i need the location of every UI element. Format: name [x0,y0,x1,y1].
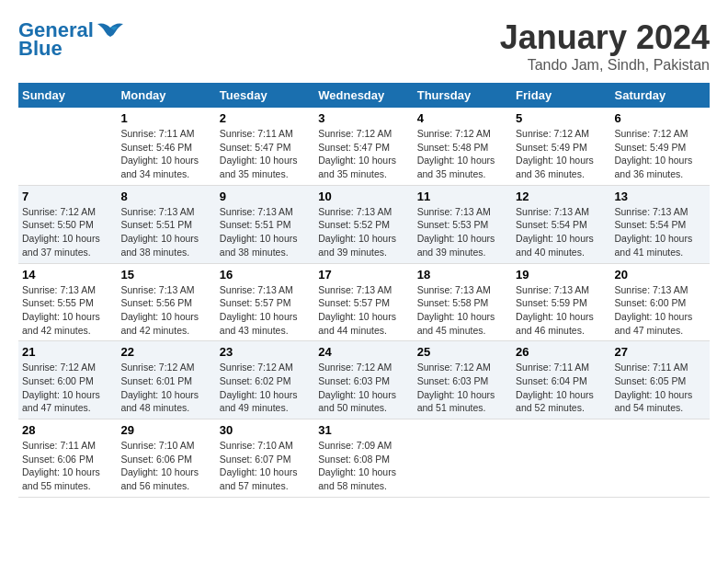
day-number: 21 [22,345,113,359]
day-info: Sunrise: 7:12 AM Sunset: 5:50 PM Dayligh… [22,205,113,259]
day-info: Sunrise: 7:11 AM Sunset: 6:05 PM Dayligh… [615,361,706,415]
day-number: 5 [516,111,607,125]
day-info: Sunrise: 7:10 AM Sunset: 6:07 PM Dayligh… [220,439,311,493]
day-number: 3 [318,111,409,125]
day-info: Sunrise: 7:12 AM Sunset: 6:01 PM Dayligh… [120,361,211,415]
day-info: Sunrise: 7:13 AM Sunset: 6:00 PM Dayligh… [615,283,706,338]
day-info: Sunrise: 7:11 AM Sunset: 6:06 PM Dayligh… [22,439,113,493]
column-header-thursday: Thursday [414,83,512,108]
day-number: 9 [220,190,311,203]
day-number: 19 [516,268,607,282]
day-cell-8: 8Sunrise: 7:13 AM Sunset: 5:51 PM Daylig… [117,185,215,263]
day-info: Sunrise: 7:13 AM Sunset: 5:59 PM Dayligh… [516,283,607,338]
header-row: SundayMondayTuesdayWednesdayThursdayFrid… [18,83,710,108]
day-number: 11 [417,190,508,203]
day-number: 7 [22,190,113,203]
day-info: Sunrise: 7:12 AM Sunset: 6:03 PM Dayligh… [417,361,508,415]
day-cell-13: 13Sunrise: 7:13 AM Sunset: 5:54 PM Dayli… [611,185,710,263]
column-header-tuesday: Tuesday [216,83,314,108]
day-cell-2: 2Sunrise: 7:11 AM Sunset: 5:47 PM Daylig… [216,108,314,185]
empty-cell [512,419,610,498]
day-number: 29 [120,423,211,437]
day-cell-30: 30Sunrise: 7:10 AM Sunset: 6:07 PM Dayli… [216,419,314,498]
day-number: 17 [318,268,409,282]
day-cell-21: 21Sunrise: 7:12 AM Sunset: 6:00 PM Dayli… [18,341,117,419]
day-cell-7: 7Sunrise: 7:12 AM Sunset: 5:50 PM Daylig… [18,185,117,263]
day-cell-26: 26Sunrise: 7:11 AM Sunset: 6:04 PM Dayli… [512,341,610,419]
day-number: 26 [516,345,607,359]
week-row-5: 28Sunrise: 7:11 AM Sunset: 6:06 PM Dayli… [18,419,710,498]
month-title: January 2024 [500,18,710,57]
day-cell-5: 5Sunrise: 7:12 AM Sunset: 5:49 PM Daylig… [512,108,610,185]
day-info: Sunrise: 7:13 AM Sunset: 5:58 PM Dayligh… [417,283,508,338]
day-info: Sunrise: 7:13 AM Sunset: 5:53 PM Dayligh… [417,205,508,259]
day-cell-10: 10Sunrise: 7:13 AM Sunset: 5:52 PM Dayli… [314,185,413,263]
day-info: Sunrise: 7:12 AM Sunset: 6:03 PM Dayligh… [318,361,409,415]
day-cell-16: 16Sunrise: 7:13 AM Sunset: 5:57 PM Dayli… [216,263,314,341]
day-info: Sunrise: 7:13 AM Sunset: 5:57 PM Dayligh… [220,283,311,338]
day-cell-24: 24Sunrise: 7:12 AM Sunset: 6:03 PM Dayli… [314,341,413,419]
day-number: 4 [417,111,508,125]
day-number: 14 [22,268,113,282]
day-cell-23: 23Sunrise: 7:12 AM Sunset: 6:02 PM Dayli… [216,341,314,419]
day-cell-4: 4Sunrise: 7:12 AM Sunset: 5:48 PM Daylig… [414,108,512,185]
day-cell-19: 19Sunrise: 7:13 AM Sunset: 5:59 PM Dayli… [512,263,610,341]
day-cell-6: 6Sunrise: 7:12 AM Sunset: 5:49 PM Daylig… [611,108,710,185]
day-cell-25: 25Sunrise: 7:12 AM Sunset: 6:03 PM Dayli… [414,341,512,419]
day-info: Sunrise: 7:11 AM Sunset: 6:04 PM Dayligh… [516,361,607,415]
week-row-1: 1Sunrise: 7:11 AM Sunset: 5:46 PM Daylig… [18,108,710,185]
day-info: Sunrise: 7:13 AM Sunset: 5:57 PM Dayligh… [318,283,409,338]
day-number: 2 [220,111,311,125]
day-info: Sunrise: 7:13 AM Sunset: 5:54 PM Dayligh… [516,205,607,259]
title-section: January 2024 Tando Jam, Sindh, Pakistan [500,18,710,74]
day-number: 15 [120,268,211,282]
day-number: 25 [417,345,508,359]
day-info: Sunrise: 7:12 AM Sunset: 6:00 PM Dayligh… [22,361,113,415]
day-cell-31: 31Sunrise: 7:09 AM Sunset: 6:08 PM Dayli… [314,419,413,498]
logo: General Blue [18,18,123,61]
column-header-wednesday: Wednesday [314,83,413,108]
day-cell-9: 9Sunrise: 7:13 AM Sunset: 5:51 PM Daylig… [216,185,314,263]
day-info: Sunrise: 7:13 AM Sunset: 5:51 PM Dayligh… [220,205,311,259]
day-info: Sunrise: 7:09 AM Sunset: 6:08 PM Dayligh… [318,439,409,493]
day-number: 30 [220,423,311,437]
day-number: 12 [516,190,607,203]
empty-cell [18,108,117,185]
day-info: Sunrise: 7:13 AM Sunset: 5:55 PM Dayligh… [22,283,113,338]
day-info: Sunrise: 7:12 AM Sunset: 5:49 PM Dayligh… [615,127,706,181]
day-cell-1: 1Sunrise: 7:11 AM Sunset: 5:46 PM Daylig… [117,108,215,185]
week-row-4: 21Sunrise: 7:12 AM Sunset: 6:00 PM Dayli… [18,341,710,419]
day-info: Sunrise: 7:12 AM Sunset: 5:47 PM Dayligh… [318,127,409,181]
day-info: Sunrise: 7:11 AM Sunset: 5:46 PM Dayligh… [120,127,211,181]
day-number: 23 [220,345,311,359]
day-cell-27: 27Sunrise: 7:11 AM Sunset: 6:05 PM Dayli… [611,341,710,419]
day-cell-29: 29Sunrise: 7:10 AM Sunset: 6:06 PM Dayli… [117,419,215,498]
empty-cell [414,419,512,498]
day-number: 13 [615,190,706,203]
day-number: 10 [318,190,409,203]
day-number: 18 [417,268,508,282]
day-number: 1 [120,111,211,125]
day-cell-15: 15Sunrise: 7:13 AM Sunset: 5:56 PM Dayli… [117,263,215,341]
day-number: 31 [318,423,409,437]
day-info: Sunrise: 7:12 AM Sunset: 5:48 PM Dayligh… [417,127,508,181]
column-header-sunday: Sunday [18,83,117,108]
day-number: 16 [220,268,311,282]
day-info: Sunrise: 7:10 AM Sunset: 6:06 PM Dayligh… [120,439,211,493]
day-cell-14: 14Sunrise: 7:13 AM Sunset: 5:55 PM Dayli… [18,263,117,341]
column-header-monday: Monday [117,83,215,108]
day-number: 27 [615,345,706,359]
day-number: 8 [120,190,211,203]
day-cell-22: 22Sunrise: 7:12 AM Sunset: 6:01 PM Dayli… [117,341,215,419]
day-info: Sunrise: 7:11 AM Sunset: 5:47 PM Dayligh… [220,127,311,181]
week-row-3: 14Sunrise: 7:13 AM Sunset: 5:55 PM Dayli… [18,263,710,341]
week-row-2: 7Sunrise: 7:12 AM Sunset: 5:50 PM Daylig… [18,185,710,263]
day-info: Sunrise: 7:12 AM Sunset: 6:02 PM Dayligh… [220,361,311,415]
day-cell-18: 18Sunrise: 7:13 AM Sunset: 5:58 PM Dayli… [414,263,512,341]
day-cell-20: 20Sunrise: 7:13 AM Sunset: 6:00 PM Dayli… [611,263,710,341]
day-info: Sunrise: 7:13 AM Sunset: 5:52 PM Dayligh… [318,205,409,259]
day-cell-11: 11Sunrise: 7:13 AM Sunset: 5:53 PM Dayli… [414,185,512,263]
location: Tando Jam, Sindh, Pakistan [500,57,710,74]
day-cell-28: 28Sunrise: 7:11 AM Sunset: 6:06 PM Dayli… [18,419,117,498]
day-number: 24 [318,345,409,359]
